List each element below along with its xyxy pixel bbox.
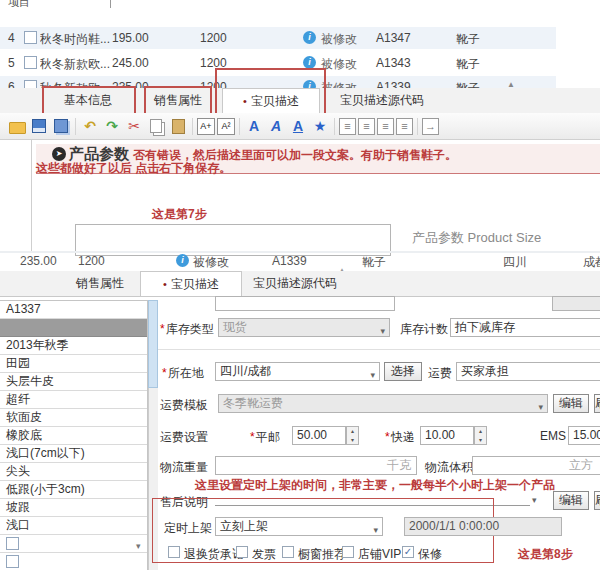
pingyou-input[interactable]: 50.00: [292, 426, 346, 445]
undo-icon[interactable]: ↶: [80, 116, 100, 136]
refresh-button[interactable]: 刷新: [594, 491, 600, 510]
sidebar-item[interactable]: 浅口(7cm以下): [0, 445, 147, 463]
sidebar-item[interactable]: 浅口: [0, 517, 147, 535]
stock-count-label: 库存计数: [400, 321, 448, 338]
font-increase-icon[interactable]: A+: [197, 118, 215, 135]
underline-icon[interactable]: A: [288, 116, 308, 136]
express-label: 快递: [391, 430, 415, 444]
required-star: *: [160, 322, 165, 336]
spinner-down-icon[interactable]: ▾: [351, 437, 354, 443]
sidebar-item[interactable]: 头层牛皮: [0, 373, 147, 391]
checkbox-invoice[interactable]: [236, 546, 248, 558]
spinner-up-icon[interactable]: ▴: [351, 428, 354, 434]
choose-button[interactable]: 选择: [384, 362, 422, 381]
save-all-icon[interactable]: [51, 116, 71, 136]
sidebar-item[interactable]: 低跟(小于3cm): [0, 481, 147, 499]
ems-label: EMS: [540, 429, 566, 443]
edit-button[interactable]: 编辑: [553, 491, 589, 510]
sidebar-scrollbar-thumb[interactable]: [148, 300, 158, 388]
sidebar-item-selected[interactable]: [0, 319, 147, 337]
weight-unit: 千克: [387, 457, 411, 474]
province-cell: 四川: [503, 254, 527, 269]
schedule-label: 定时上架: [164, 520, 212, 537]
redo-icon[interactable]: ↷: [102, 116, 122, 136]
row-checkbox[interactable]: [24, 56, 37, 69]
sidebar-dropdown-arrow-icon[interactable]: ▾: [136, 541, 141, 551]
align-left-icon[interactable]: ≡: [339, 118, 356, 135]
chevron-down-icon[interactable]: ▾: [532, 495, 537, 505]
star-icon[interactable]: ★: [310, 116, 330, 136]
ems-input[interactable]: 15.00: [568, 426, 600, 445]
refresh-button[interactable]: 刷新: [594, 394, 600, 413]
indent-icon[interactable]: →: [422, 118, 439, 135]
align-center-icon[interactable]: ≡: [358, 118, 375, 135]
italic-icon[interactable]: A: [266, 116, 286, 136]
pingyou-spinner[interactable]: ▴▾: [346, 426, 359, 445]
checkbox-return-promise[interactable]: [168, 546, 180, 558]
row-number: 4: [8, 31, 15, 45]
table-row[interactable]: 4 秋冬时尚鞋... 195.00 1200 i 被修改 A1347 靴子: [0, 27, 556, 49]
checkbox-shop-vip[interactable]: [342, 546, 354, 558]
cut-icon[interactable]: ✂: [124, 116, 144, 136]
price-cell: 235.00: [20, 254, 57, 268]
template-label: 运费模板: [160, 397, 208, 414]
template-select[interactable]: 冬季靴运费▾: [218, 394, 548, 413]
chevron-down-icon: ▾: [370, 367, 375, 381]
volume-label: 物流体积: [425, 459, 473, 476]
info-icon[interactable]: i: [303, 31, 316, 44]
schedule-select[interactable]: 立刻上架▾: [215, 517, 383, 536]
code-cell: A1343: [376, 56, 411, 70]
sidebar-item[interactable]: 坡跟: [0, 499, 147, 517]
express-spinner[interactable]: ▴▾: [474, 426, 487, 445]
volume-unit: 立方: [569, 457, 593, 474]
volume-input[interactable]: 立方: [472, 456, 600, 475]
required-star: *: [250, 430, 255, 444]
cut-input[interactable]: [215, 296, 395, 311]
paste-icon[interactable]: [168, 116, 188, 136]
stock-count-input[interactable]: 拍下减库存: [450, 318, 600, 337]
checkbox-window-recommend[interactable]: [282, 546, 294, 558]
sidebar-item[interactable]: 软面皮: [0, 409, 147, 427]
save-icon[interactable]: [29, 116, 49, 136]
copy-icon[interactable]: [146, 116, 166, 136]
step8-label: 这是第8步: [518, 546, 573, 563]
city-cell: 成都: [583, 254, 600, 269]
tab-item-description[interactable]: •宝贝描述: [140, 271, 242, 296]
row-checkbox[interactable]: [24, 31, 37, 44]
toolbar-separator: [334, 118, 335, 135]
stock-type-select[interactable]: 现货▾: [218, 318, 390, 337]
chevron-down-icon: ▾: [373, 522, 378, 536]
bold-icon[interactable]: A: [244, 116, 264, 136]
location-select[interactable]: 四川/成都▾: [215, 362, 380, 381]
sidebar-item-empty[interactable]: [0, 553, 147, 570]
spinner-up-icon[interactable]: ▴: [479, 428, 482, 434]
step7-label: 这是第7步: [152, 206, 207, 223]
sidebar-item[interactable]: 尖头: [0, 463, 147, 481]
tab-description-source[interactable]: 宝贝描述源代码: [240, 275, 350, 292]
tab-sale-attrs[interactable]: 销售属性: [60, 275, 140, 292]
superscript-icon[interactable]: A²: [217, 118, 235, 135]
sidebar-item[interactable]: 田园: [0, 355, 147, 373]
paste-glyph: [172, 119, 185, 134]
express-input[interactable]: 10.00: [420, 426, 474, 445]
schedule-time-input[interactable]: 2000/1/1 0:00:00: [404, 517, 562, 536]
tab-description-source[interactable]: 宝贝描述源代码: [332, 92, 432, 109]
checkbox-warranty[interactable]: ✓: [402, 546, 414, 558]
sidebar-item[interactable]: 橡胶底: [0, 427, 147, 445]
sidebar-item[interactable]: 超纤: [0, 391, 147, 409]
sidebar-item[interactable]: 2013年秋季: [0, 337, 147, 355]
freight-input[interactable]: 买家承担: [456, 362, 600, 381]
cut-input-grey: [552, 296, 600, 311]
open-icon[interactable]: [7, 116, 27, 136]
status-cell: 被修改: [321, 56, 357, 73]
edit-button[interactable]: 编辑: [553, 394, 589, 413]
align-justify-icon[interactable]: ≡: [396, 118, 413, 135]
weight-input[interactable]: 千克: [215, 456, 417, 475]
stock-type-value: 现货: [223, 320, 247, 334]
sidebar-item-empty[interactable]: [0, 535, 147, 553]
sidebar-item[interactable]: A1337: [0, 301, 147, 319]
align-right-icon[interactable]: ≡: [377, 118, 394, 135]
top-fragment-divider: [110, 0, 111, 8]
folder-glyph: [9, 122, 26, 134]
spinner-down-icon[interactable]: ▾: [479, 437, 482, 443]
